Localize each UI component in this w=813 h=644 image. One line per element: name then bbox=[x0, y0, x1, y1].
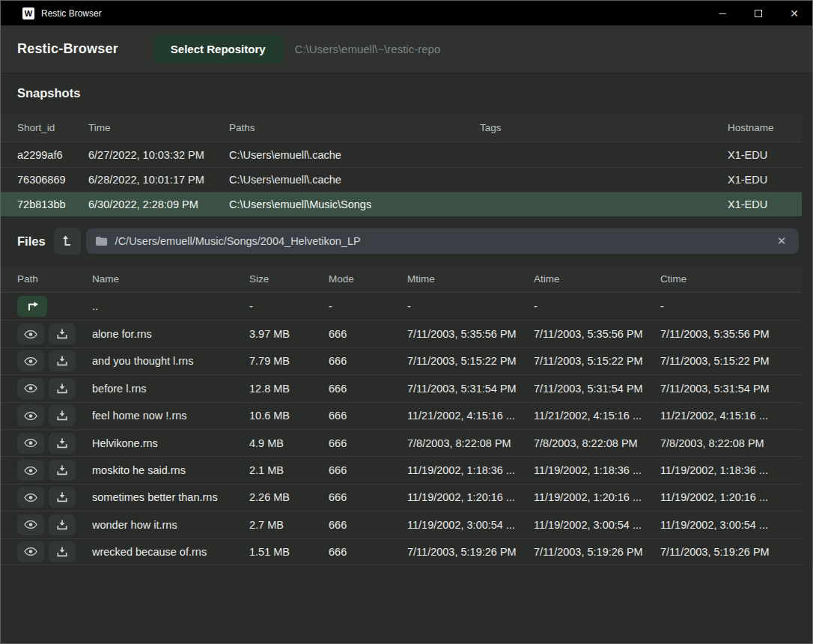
download-file-button[interactable] bbox=[49, 487, 76, 508]
file-mtime: 11/19/2002, 1:20:16 ... bbox=[407, 491, 534, 503]
col-atime: Atime bbox=[534, 273, 660, 285]
file-row[interactable]: wrecked because of.rns 1.51 MB 666 7/11/… bbox=[1, 538, 802, 565]
preview-file-button[interactable] bbox=[17, 405, 44, 426]
file-atime: 7/11/2003, 5:31:54 PM bbox=[534, 383, 660, 395]
maximize-icon bbox=[755, 10, 762, 17]
eye-icon bbox=[24, 411, 37, 421]
up-then-right-arrow-icon bbox=[26, 301, 39, 312]
file-atime: 11/19/2002, 3:00:54 ... bbox=[534, 519, 660, 531]
snapshots-title: Snapshots bbox=[17, 86, 80, 100]
file-row[interactable]: sometimes better than.rns 2.26 MB 666 11… bbox=[1, 484, 802, 511]
file-mtime: 11/21/2002, 4:15:16 ... bbox=[407, 410, 534, 422]
preview-file-button[interactable] bbox=[17, 487, 44, 508]
col-short-id: Short_id bbox=[17, 122, 88, 133]
files-table-header: Path Name Size Mode Mtime Atime Ctime bbox=[1, 265, 802, 293]
go-up-button[interactable] bbox=[17, 296, 47, 317]
snapshot-time: 6/30/2022, 2:28:09 PM bbox=[88, 198, 229, 210]
file-row[interactable]: before l.rns 12.8 MB 666 7/11/2003, 5:31… bbox=[1, 374, 802, 401]
maximize-button[interactable] bbox=[740, 1, 776, 25]
app-title: Restic-Browser bbox=[17, 41, 118, 57]
preview-file-button[interactable] bbox=[17, 541, 44, 562]
path-input[interactable]: /C/Users/emuell/Music/Songs/2004_Helveti… bbox=[86, 228, 799, 254]
window-controls: ─ ✕ bbox=[704, 1, 812, 25]
col-mtime: Mtime bbox=[407, 273, 534, 285]
snapshot-row[interactable]: 76306869 6/28/2022, 10:01:17 PM C:\Users… bbox=[1, 167, 802, 192]
preview-file-button[interactable] bbox=[17, 514, 44, 535]
download-file-button[interactable] bbox=[49, 323, 76, 344]
snapshot-time: 6/28/2022, 10:01:17 PM bbox=[88, 174, 229, 186]
close-button[interactable]: ✕ bbox=[776, 1, 812, 25]
file-atime: 7/11/2003, 5:19:26 PM bbox=[534, 546, 660, 558]
file-mtime: 7/11/2003, 5:19:26 PM bbox=[407, 546, 534, 558]
file-ctime: 7/11/2003, 5:19:26 PM bbox=[660, 546, 802, 558]
file-mode: 666 bbox=[329, 546, 407, 558]
col-tags: Tags bbox=[480, 122, 728, 133]
parent-dir-name: .. bbox=[92, 300, 249, 312]
preview-file-button[interactable] bbox=[17, 323, 44, 344]
eye-icon bbox=[24, 466, 37, 476]
preview-file-button[interactable] bbox=[17, 378, 44, 399]
file-mode: 666 bbox=[329, 355, 407, 367]
file-row[interactable]: alone for.rns 3.97 MB 666 7/11/2003, 5:3… bbox=[1, 320, 802, 347]
parent-dir-size: - bbox=[249, 300, 329, 312]
file-size: 2.1 MB bbox=[249, 464, 329, 476]
select-repository-button[interactable]: Select Repository bbox=[153, 35, 284, 64]
file-mode: 666 bbox=[329, 383, 407, 395]
file-size: 12.8 MB bbox=[249, 383, 329, 395]
files-table: Path Name Size Mode Mtime Atime Ctime bbox=[1, 265, 802, 565]
eye-icon bbox=[24, 438, 37, 448]
file-mtime: 7/11/2003, 5:31:54 PM bbox=[407, 383, 534, 395]
file-row[interactable]: feel home now !.rns 10.6 MB 666 11/21/20… bbox=[1, 402, 802, 429]
file-size: 4.9 MB bbox=[249, 437, 329, 449]
clear-path-button[interactable]: ✕ bbox=[772, 231, 791, 251]
snapshot-row[interactable]: 72b813bb 6/30/2022, 2:28:09 PM C:\Users\… bbox=[1, 192, 802, 216]
app-window: W Restic Browser ─ ✕ Restic-Browser Sele… bbox=[0, 0, 813, 644]
folder-icon bbox=[95, 236, 108, 246]
minimize-button[interactable]: ─ bbox=[704, 1, 740, 25]
file-ctime: 7/11/2003, 5:31:54 PM bbox=[660, 383, 802, 395]
file-row[interactable]: wonder how it.rns 2.7 MB 666 11/19/2002,… bbox=[1, 511, 802, 538]
download-file-button[interactable] bbox=[49, 460, 76, 481]
preview-file-button[interactable] bbox=[17, 460, 44, 481]
download-file-button[interactable] bbox=[49, 350, 76, 371]
file-row[interactable]: and you thought l.rns 7.79 MB 666 7/11/2… bbox=[1, 347, 802, 374]
file-ctime: 7/11/2003, 5:35:56 PM bbox=[660, 328, 802, 340]
snapshot-hostname: X1-EDU bbox=[728, 149, 802, 161]
col-hostname: Hostname bbox=[728, 122, 802, 133]
download-icon bbox=[57, 356, 67, 366]
file-mode: 666 bbox=[329, 328, 407, 340]
snapshot-paths: C:\Users\emuell\Music\Songs bbox=[229, 198, 480, 210]
file-name: wonder how it.rns bbox=[92, 519, 249, 531]
download-file-button[interactable] bbox=[49, 405, 76, 426]
download-file-button[interactable] bbox=[49, 378, 76, 399]
download-file-button[interactable] bbox=[49, 541, 76, 562]
preview-file-button[interactable] bbox=[17, 350, 44, 371]
file-row[interactable]: moskito he said.rns 2.1 MB 666 11/19/200… bbox=[1, 456, 802, 483]
parent-dir-row[interactable]: .. - - - - - bbox=[1, 293, 802, 320]
download-icon bbox=[57, 492, 67, 502]
download-icon bbox=[57, 438, 67, 449]
snapshot-short-id: 76306869 bbox=[17, 174, 88, 186]
file-row[interactable]: Helvikone.rns 4.9 MB 666 7/8/2003, 8:22:… bbox=[1, 429, 802, 456]
file-atime: 11/21/2002, 4:15:16 ... bbox=[534, 410, 660, 422]
snapshots-header: Snapshots bbox=[1, 73, 812, 113]
file-ctime: 7/11/2003, 5:15:22 PM bbox=[660, 355, 802, 367]
file-name: before l.rns bbox=[92, 383, 249, 395]
snapshot-hostname: X1-EDU bbox=[728, 198, 802, 210]
file-name: sometimes better than.rns bbox=[92, 491, 249, 503]
eye-icon bbox=[24, 329, 37, 339]
parent-dir-mode: - bbox=[329, 300, 407, 312]
file-atime: 7/11/2003, 5:35:56 PM bbox=[534, 328, 660, 340]
file-name: moskito he said.rns bbox=[92, 464, 249, 476]
file-name: and you thought l.rns bbox=[92, 355, 249, 367]
file-size: 2.7 MB bbox=[249, 519, 329, 531]
download-file-button[interactable] bbox=[49, 433, 76, 454]
tree-view-toggle-button[interactable] bbox=[54, 228, 81, 255]
snapshot-short-id: a2299af6 bbox=[17, 149, 88, 161]
file-atime: 7/8/2003, 8:22:08 PM bbox=[534, 437, 660, 449]
file-size: 2.26 MB bbox=[249, 491, 329, 503]
current-path: /C/Users/emuell/Music/Songs/2004_Helveti… bbox=[115, 235, 361, 247]
snapshot-row[interactable]: a2299af6 6/27/2022, 10:03:32 PM C:\Users… bbox=[1, 142, 802, 167]
preview-file-button[interactable] bbox=[17, 433, 44, 454]
download-file-button[interactable] bbox=[49, 514, 76, 535]
